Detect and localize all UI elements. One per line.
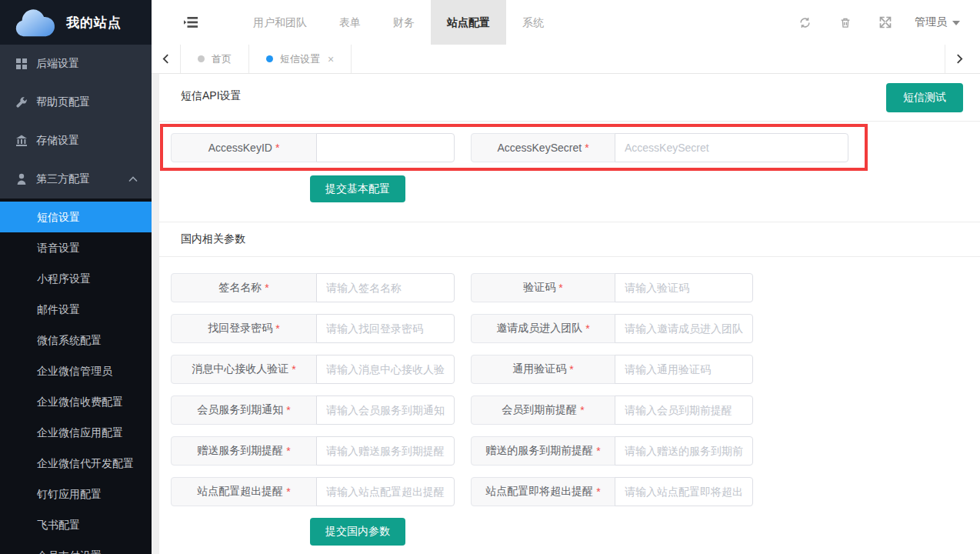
required-marker: * <box>275 322 279 335</box>
invite-member-field-group: 邀请成员进入团队 * <box>471 314 753 343</box>
sidebar-item-feishu-config[interactable]: 飞书配置 <box>0 509 152 540</box>
sidebar: 我的站点 后端设置 帮助页配置 存储设置 <box>0 0 152 554</box>
sidebar-item-voice-settings[interactable]: 语音设置 <box>0 232 152 263</box>
signature-name-input[interactable] <box>316 273 455 302</box>
site-config-about-exceed-field-group: 站点配置即将超出提醒 * <box>471 477 753 506</box>
sidebar-item-member-payment-settings[interactable]: 会员支付设置 <box>0 540 152 554</box>
sidebar-item-wecom-dev-config[interactable]: 企业微信代开发配置 <box>0 448 152 479</box>
sidebar-item-sms-settings[interactable]: 短信设置 <box>0 202 152 232</box>
gift-service-pre-expire-input[interactable] <box>615 436 753 466</box>
field-label-text: 赠送服务到期提醒 <box>197 444 283 458</box>
field-label-text: 验证码 <box>523 281 555 295</box>
wrench-icon <box>15 96 28 108</box>
chevron-up-icon <box>128 176 138 182</box>
tab-bar: 首页 短信设置 × <box>152 45 980 74</box>
message-center-verify-input[interactable] <box>316 355 455 384</box>
sidebar-item-label: 后端设置 <box>36 57 138 71</box>
invite-member-input[interactable] <box>615 314 753 343</box>
gift-service-expire-field-group: 赠送服务到期提醒 * <box>171 436 455 466</box>
sidebar-item-wecom-billing-config[interactable]: 企业微信收费配置 <box>0 386 152 417</box>
trash-icon[interactable] <box>839 16 852 29</box>
accesskeyid-input[interactable] <box>316 133 455 162</box>
nav-item-forms[interactable]: 表单 <box>323 0 377 45</box>
sidebar-item-backend-settings[interactable]: 后端设置 <box>0 45 152 83</box>
accesskeysecret-input[interactable] <box>615 133 848 162</box>
menu-fold-icon[interactable] <box>184 16 198 28</box>
sidebar-item-thirdparty-config[interactable]: 第三方配置 <box>0 160 152 199</box>
sidebar-item-label: 第三方配置 <box>36 172 128 186</box>
tab-label: 短信设置 <box>280 52 320 66</box>
sidebar-item-miniprogram-settings[interactable]: 小程序设置 <box>0 263 152 294</box>
site-logo[interactable]: 我的站点 <box>0 0 152 45</box>
field-label: 会员到期前提醒 * <box>471 395 615 425</box>
tab-home[interactable]: 首页 <box>181 45 249 73</box>
sidebar-item-help-page-config[interactable]: 帮助页配置 <box>0 83 152 122</box>
field-label-text: 站点配置即将超出提醒 <box>485 485 593 499</box>
submit-basic-config-button[interactable]: 提交基本配置 <box>310 175 405 202</box>
field-label-text: 签名名称 <box>218 281 262 295</box>
signature-name-field-group: 签名名称 * <box>171 273 455 302</box>
field-label-text: 邀请成员进入团队 <box>496 322 582 335</box>
caret-down-icon <box>952 21 960 25</box>
accesskeysecret-field-group: AccessKeySecret * <box>471 133 848 162</box>
sidebar-item-storage-settings[interactable]: 存储设置 <box>0 122 152 160</box>
tab-dot-icon <box>266 55 273 62</box>
field-label-text: AccessKeyID <box>208 142 272 154</box>
general-verify-code-input[interactable] <box>615 355 753 384</box>
field-label: AccessKeyID * <box>171 133 317 162</box>
sidebar-submenu: 短信设置 语音设置 小程序设置 邮件设置 微信系统配置 企业微信管理员 企业微信… <box>0 199 152 554</box>
site-config-exceed-input[interactable] <box>316 477 455 506</box>
form-row: 赠送服务到期提醒 * 赠送的服务到期前提醒 * <box>152 436 980 466</box>
nav-menu: 用户和团队 表单 财务 站点配置 系统 <box>237 0 560 45</box>
gift-service-expire-input[interactable] <box>316 436 455 466</box>
nav-item-finance[interactable]: 财务 <box>377 0 431 45</box>
member-expire-notice-field-group: 会员服务到期通知 * <box>171 395 455 425</box>
retrieve-password-field-group: 找回登录密码 * <box>171 314 455 343</box>
field-label: 赠送服务到期提醒 * <box>171 436 317 466</box>
sidebar-item-wecom-app-config[interactable]: 企业微信应用配置 <box>0 417 152 448</box>
field-label: 站点配置超出提醒 * <box>171 477 317 506</box>
nav-item-site-config[interactable]: 站点配置 <box>431 0 506 45</box>
member-pre-expire-remind-input[interactable] <box>615 395 753 425</box>
sidebar-item-label: 帮助页配置 <box>36 95 138 109</box>
field-label: 通用验证码 * <box>471 355 615 384</box>
tabs-scroll-right-button[interactable] <box>945 45 974 73</box>
user-menu[interactable]: 管理员 <box>915 15 960 29</box>
close-icon[interactable]: × <box>328 53 334 65</box>
user-label: 管理员 <box>915 15 947 29</box>
site-config-exceed-field-group: 站点配置超出提醒 * <box>171 477 455 506</box>
refresh-icon[interactable] <box>798 16 812 29</box>
nav-item-users-teams[interactable]: 用户和团队 <box>237 0 323 45</box>
app-window: 我的站点 后端设置 帮助页配置 存储设置 <box>0 0 980 554</box>
verify-code-field-group: 验证码 * <box>471 273 753 302</box>
sidebar-menu: 后端设置 帮助页配置 存储设置 第三方配置 <box>0 45 152 199</box>
divider <box>159 222 980 222</box>
retrieve-password-input[interactable] <box>316 314 455 343</box>
section-title-domestic-params: 国内相关参数 <box>181 232 245 246</box>
tabs-scroll-left-button[interactable] <box>152 45 181 73</box>
sms-test-button[interactable]: 短信测试 <box>886 83 963 112</box>
site-config-about-exceed-input[interactable] <box>615 477 753 506</box>
fullscreen-icon[interactable] <box>879 16 892 28</box>
required-marker: * <box>286 445 290 457</box>
navbar-actions: 管理员 <box>771 15 980 29</box>
verify-code-input[interactable] <box>615 273 753 302</box>
submit-domestic-params-button[interactable]: 提交国内参数 <box>310 518 405 546</box>
member-expire-notice-input[interactable] <box>316 395 455 425</box>
required-marker: * <box>596 445 600 457</box>
sidebar-item-wecom-admin[interactable]: 企业微信管理员 <box>0 355 152 386</box>
field-label: AccessKeySecret * <box>471 133 615 162</box>
general-verify-code-field-group: 通用验证码 * <box>471 355 753 384</box>
form-row: 找回登录密码 * 邀请成员进入团队 * <box>152 314 980 343</box>
grid-icon <box>15 58 28 70</box>
basic-config-row: AccessKeyID * AccessKeySecret * <box>152 133 980 162</box>
sidebar-item-dingtalk-app-config[interactable]: 钉钉应用配置 <box>0 479 152 509</box>
required-marker: * <box>580 404 584 416</box>
sidebar-item-mail-settings[interactable]: 邮件设置 <box>0 294 152 325</box>
tab-sms-settings[interactable]: 短信设置 × <box>249 45 352 73</box>
field-label: 消息中心接收人验证 * <box>171 355 317 384</box>
field-label-text: 赠送的服务到期前提醒 <box>485 444 593 458</box>
tab-label: 首页 <box>212 52 232 66</box>
nav-item-system[interactable]: 系统 <box>506 0 560 45</box>
sidebar-item-wechat-system-config[interactable]: 微信系统配置 <box>0 325 152 355</box>
